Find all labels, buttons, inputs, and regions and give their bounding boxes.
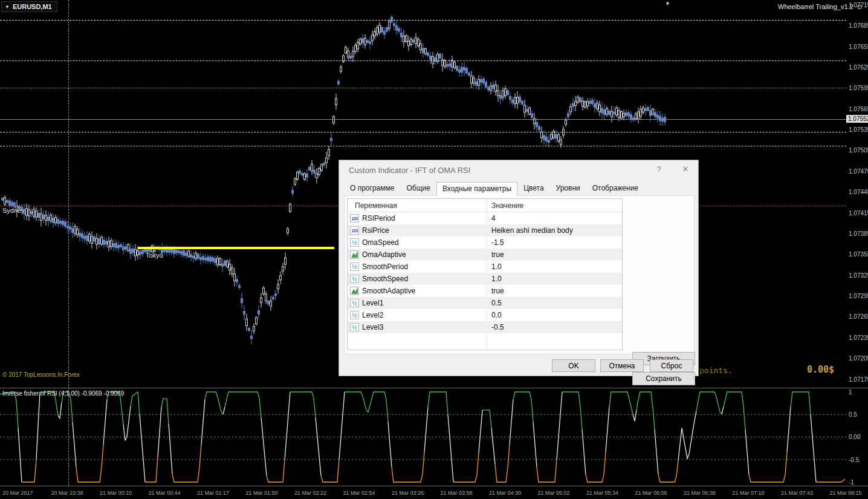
price-axis-label: 1.07685 <box>849 22 868 29</box>
param-name: RSIPeriod <box>362 214 395 223</box>
dialog-titlebar[interactable]: Custom Indicator - IFT of OMA RSI ? ✕ <box>339 160 698 180</box>
param-row-level3[interactable]: ½Level3-0.5 <box>348 321 622 333</box>
mt4-chart-window: ▼ EURUSD,M1 ▼ Wheelbarrel Trailing_v1.2 … <box>0 0 868 499</box>
horizontal-level-line <box>0 88 846 88</box>
price-axis-label: 1.07385 <box>849 230 868 237</box>
param-value[interactable]: 1.0 <box>491 263 502 271</box>
price-axis[interactable]: 1.077151.076851.076551.076251.075951.075… <box>847 0 868 387</box>
ea-smiley-icon[interactable]: ☺ <box>856 2 863 11</box>
indicator-scale-label: 0.5 <box>849 411 857 418</box>
session-label-sydney: Sydney <box>2 207 25 214</box>
cancel-button[interactable]: Отмена <box>600 359 644 372</box>
session-label-tokyo: Tokyo <box>146 252 163 259</box>
tab-общие[interactable]: Общие <box>400 181 436 195</box>
help-button[interactable]: ? <box>653 165 664 175</box>
time-axis-label: 21 Mar 02:22 <box>294 490 326 496</box>
column-header-variable: Переменная <box>355 201 397 210</box>
param-name: SmoothSpeed <box>362 275 408 283</box>
param-value[interactable]: Heiken ashi median body <box>491 226 573 235</box>
price-axis-label: 1.07205 <box>849 355 868 362</box>
param-row-rsiprice[interactable]: 123RsiPriceHeiken ashi median body <box>348 224 622 236</box>
price-axis-label: 1.07505 <box>849 147 868 154</box>
bool-icon <box>350 250 359 259</box>
price-axis-label: 1.07415 <box>849 210 868 217</box>
indicator-scale-label: -1 <box>849 479 854 486</box>
indicator-scale-label: 1 <box>849 389 852 396</box>
current-price-tag: 1.07552 <box>846 115 868 123</box>
time-axis-label: 21 Mar 03:26 <box>392 490 424 496</box>
param-value[interactable]: -0.5 <box>491 323 504 331</box>
param-row-rsiperiod[interactable]: 123RSIPeriod4 <box>348 212 622 224</box>
param-row-smoothadaptive[interactable]: SmoothAdaptivetrue <box>348 285 622 297</box>
tab-входные-параметры[interactable]: Входные параметры <box>436 182 517 196</box>
horizontal-level-line <box>0 146 846 146</box>
param-value[interactable]: -1.5 <box>491 238 504 247</box>
param-name: SmoothPeriod <box>362 263 408 271</box>
param-row-omaspeed[interactable]: ½OmaSpeed-1.5 <box>348 236 622 249</box>
price-axis-label: 1.07625 <box>849 64 868 71</box>
price-axis-label: 1.07355 <box>849 251 868 258</box>
time-axis-label: 20 Mar 23:38 <box>51 490 83 496</box>
param-name: SmoothAdaptive <box>362 287 415 295</box>
column-header-value: Значение <box>491 201 523 210</box>
double-icon: ½ <box>350 299 359 307</box>
time-axis-label: 21 Mar 05:02 <box>538 490 570 496</box>
horizontal-level-line <box>0 20 846 21</box>
horizontal-level-line <box>0 132 846 132</box>
time-axis-label: 21 Mar 01:17 <box>197 490 229 496</box>
close-icon[interactable]: ✕ <box>680 165 691 175</box>
param-name: Level3 <box>362 323 383 331</box>
price-axis-label: 1.07535 <box>849 126 868 133</box>
yellow-trendline[interactable] <box>138 247 334 249</box>
chevron-down-icon: ▼ <box>5 4 10 10</box>
time-axis-label: 20 Mar 2017 <box>2 490 33 496</box>
time-axis-label: 21 Mar 00:44 <box>149 490 181 496</box>
symbol-label: EURUSD,M1 <box>13 3 52 10</box>
time-axis-label: 21 Mar 07:10 <box>733 490 765 496</box>
param-value[interactable]: 1.0 <box>491 275 502 283</box>
param-value[interactable]: true <box>491 250 504 259</box>
price-axis-label: 1.07595 <box>849 85 868 91</box>
table-rows: 123RSIPeriod4123RsiPriceHeiken ashi medi… <box>348 212 622 333</box>
save-button[interactable]: Сохранить <box>632 372 695 385</box>
price-axis-label: 1.07235 <box>849 334 868 341</box>
time-axis-label: 21 Mar 05:34 <box>586 490 618 496</box>
horizontal-level-line <box>0 60 846 61</box>
time-axis[interactable]: 20 Mar 201720 Mar 23:3821 Mar 00:1021 Ma… <box>0 489 868 499</box>
ok-button[interactable]: OK <box>552 359 595 372</box>
time-axis-label: 21 Mar 08:15 <box>830 490 862 496</box>
tab-цвета[interactable]: Цвета <box>517 181 549 195</box>
bool-icon <box>350 287 359 295</box>
pane-separator-top[interactable] <box>0 388 868 388</box>
price-axis-label: 1.07565 <box>849 106 868 113</box>
double-icon: ½ <box>350 263 359 271</box>
tab-уровни[interactable]: Уровни <box>550 181 586 195</box>
price-axis-label: 1.07655 <box>849 44 868 50</box>
time-axis-label: 21 Mar 06:06 <box>635 490 667 496</box>
reset-button[interactable]: Сброс <box>650 359 693 372</box>
param-value[interactable]: true <box>491 287 504 295</box>
tab-о-программе[interactable]: О программе <box>344 181 400 195</box>
param-value[interactable]: 4 <box>491 214 496 223</box>
profit-label: 0.00$ <box>807 364 834 375</box>
tab-отображение[interactable]: Отображение <box>586 181 644 195</box>
param-row-smoothspeed[interactable]: ½SmoothSpeed1.0 <box>348 273 622 285</box>
param-row-level1[interactable]: ½Level10.5 <box>348 297 622 309</box>
param-value[interactable]: 0.5 <box>491 299 502 307</box>
param-name: Level2 <box>362 311 383 319</box>
param-name: RsiPrice <box>362 226 389 235</box>
indicator-scale[interactable]: 10.50.00-0.5-1 <box>849 387 868 487</box>
param-row-omaadaptive[interactable]: OmaAdaptivetrue <box>348 249 622 261</box>
time-axis-label: 21 Mar 04:30 <box>489 490 521 496</box>
indicator-scale-label: 0.00 <box>849 434 860 440</box>
param-value[interactable]: 0.0 <box>491 311 502 319</box>
param-row-smoothperiod[interactable]: ½SmoothPeriod1.0 <box>348 261 622 273</box>
time-axis-label: 21 Mar 00:10 <box>100 490 132 496</box>
time-axis-label: 21 Mar 07:43 <box>781 490 813 496</box>
price-axis-label: 1.07175 <box>849 376 868 383</box>
price-axis-label: 1.07475 <box>849 168 868 175</box>
double-icon: ½ <box>350 238 359 247</box>
param-name: Level1 <box>362 299 383 307</box>
param-row-level2[interactable]: ½Level20.0 <box>348 309 622 321</box>
dialog-tab-page: Переменная Значение 123RSIPeriod4123RsiP… <box>344 195 695 354</box>
